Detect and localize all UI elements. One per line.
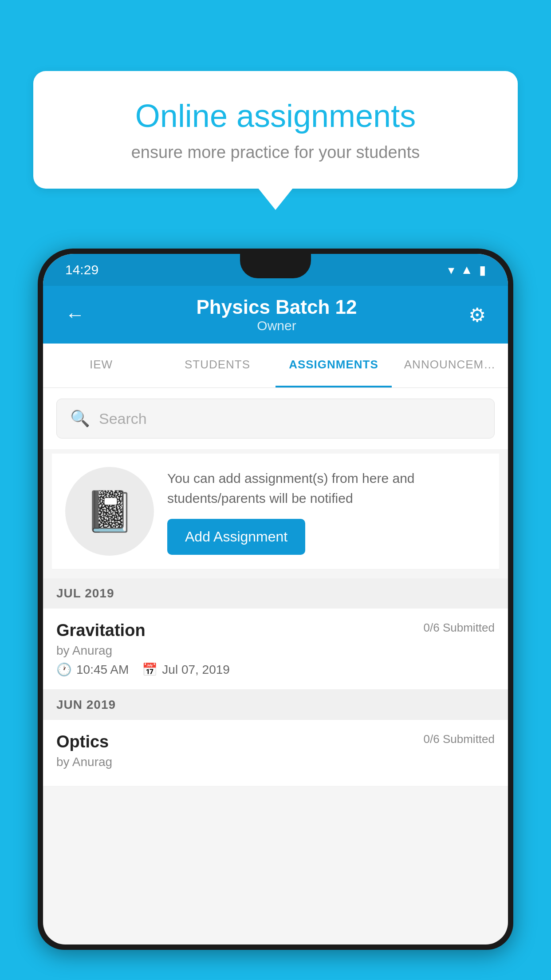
header-center: Physics Batch 12 Owner	[197, 296, 357, 333]
settings-icon[interactable]: ⚙	[468, 304, 486, 326]
status-icons: ▾ ▲ ▮	[448, 263, 486, 277]
status-time: 14:29	[65, 262, 98, 277]
search-icon: 🔍	[70, 409, 90, 428]
assignment-dates: 🕐 10:45 AM 📅 Jul 07, 2019	[56, 662, 495, 677]
app-header: ← Physics Batch 12 Owner ⚙	[43, 286, 508, 344]
signal-icon: ▲	[460, 263, 473, 277]
promo-icon-circle: 📓	[65, 467, 154, 556]
header-subtitle: Owner	[197, 318, 357, 333]
tab-bar: IEW STUDENTS ASSIGNMENTS ANNOUNCEM…	[43, 344, 508, 388]
back-button[interactable]: ←	[65, 304, 85, 326]
submitted-badge: 0/6 Submitted	[424, 621, 495, 635]
search-container: 🔍 Search	[43, 388, 508, 449]
phone-inner: 14:29 ▾ ▲ ▮ ← Physics Batch 12 Owner ⚙	[43, 254, 508, 944]
time-item: 🕐 10:45 AM	[56, 662, 129, 677]
notch	[240, 254, 311, 278]
assignment-top-row-optics: Optics 0/6 Submitted	[56, 732, 495, 751]
optics-submitted: 0/6 Submitted	[424, 732, 495, 746]
header-title: Physics Batch 12	[197, 296, 357, 318]
assignment-top-row: Gravitation 0/6 Submitted	[56, 621, 495, 640]
section-header-jun: JUN 2019	[43, 690, 508, 720]
speech-bubble-container: Online assignments ensure more practice …	[33, 71, 518, 189]
search-placeholder: Search	[99, 410, 147, 427]
phone-outer: 14:29 ▾ ▲ ▮ ← Physics Batch 12 Owner ⚙	[38, 249, 513, 950]
promo-description: You can add assignment(s) from here and …	[167, 468, 486, 508]
battery-icon: ▮	[479, 263, 486, 277]
promo-card: 📓 You can add assignment(s) from here an…	[52, 454, 499, 569]
tab-item-assignments[interactable]: ASSIGNMENTS	[276, 344, 392, 387]
bubble-subtitle: ensure more practice for your students	[69, 143, 482, 162]
tab-item-students[interactable]: STUDENTS	[159, 344, 276, 387]
calendar-icon: 📅	[142, 662, 157, 677]
tab-item-announcements[interactable]: ANNOUNCEM…	[392, 344, 508, 387]
optics-meta: by Anurag	[56, 755, 495, 769]
clock-icon: 🕐	[56, 662, 72, 677]
assignment-name: Gravitation	[56, 621, 146, 640]
assignment-item-optics[interactable]: Optics 0/6 Submitted by Anurag	[43, 720, 508, 786]
status-bar: 14:29 ▾ ▲ ▮	[43, 254, 508, 286]
assignment-item-gravitation[interactable]: Gravitation 0/6 Submitted by Anurag 🕐 10…	[43, 609, 508, 690]
optics-name: Optics	[56, 732, 109, 751]
assignment-time: 10:45 AM	[76, 663, 129, 677]
date-item: 📅 Jul 07, 2019	[142, 662, 230, 677]
bubble-title: Online assignments	[69, 98, 482, 134]
assignment-date: Jul 07, 2019	[162, 663, 230, 677]
search-bar[interactable]: 🔍 Search	[56, 399, 495, 439]
phone-wrapper: 14:29 ▾ ▲ ▮ ← Physics Batch 12 Owner ⚙	[38, 249, 513, 980]
tab-item-iew[interactable]: IEW	[43, 344, 159, 387]
wifi-icon: ▾	[448, 263, 454, 277]
section-header-jul: JUL 2019	[43, 578, 508, 609]
speech-bubble: Online assignments ensure more practice …	[33, 71, 518, 189]
notebook-icon: 📓	[85, 488, 134, 535]
add-assignment-button[interactable]: Add Assignment	[167, 519, 305, 555]
promo-text-area: You can add assignment(s) from here and …	[167, 468, 486, 555]
assignment-meta: by Anurag	[56, 644, 495, 658]
